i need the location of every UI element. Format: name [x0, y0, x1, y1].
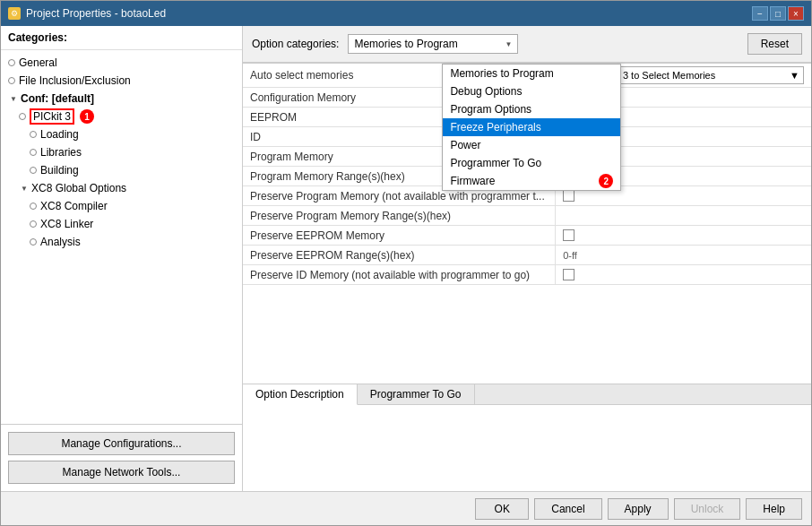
tree-dot-pickit3 [19, 113, 26, 120]
manage-configs-button[interactable]: Manage Configurations... [8, 432, 235, 455]
left-buttons: Manage Configurations... Manage Network … [1, 424, 242, 491]
title-bar-controls: − □ × [752, 6, 804, 21]
tab-programmer-to-go[interactable]: Programmer To Go [358, 384, 475, 404]
preserve-prog-checkbox[interactable] [563, 190, 574, 202]
tree-dot-loading [30, 131, 37, 138]
bottom-bar: OK Cancel Apply Unlock Help [1, 491, 811, 525]
tree-item-xc8-compiler[interactable]: XC8 Compiler [1, 197, 242, 215]
dropdown-item-program-options[interactable]: Program Options [443, 100, 620, 118]
preserve-prog-checkbox-cell [563, 190, 804, 202]
categories-heading: Categories: [1, 26, 242, 50]
description-area: Option Description Programmer To Go [243, 384, 811, 491]
table-row-preserve-id: Preserve ID Memory (not available with p… [243, 265, 811, 285]
tree-dot-xc8-compiler [30, 203, 37, 210]
tree-item-loading[interactable]: Loading [1, 125, 242, 143]
ok-button[interactable]: OK [475, 498, 529, 520]
preserve-eeprom-label: Preserve EEPROM Memory [243, 226, 556, 246]
tree-item-pickit3[interactable]: PICkit 3 1 [1, 108, 242, 125]
right-top-bar: Option categories: Memories to Program ▼… [243, 26, 811, 63]
dropdown-menu: Memories to Program Debug Options Progra… [442, 64, 621, 191]
tree-label-file: File Inclusion/Exclusion [19, 74, 131, 87]
title-bar-left: ⚙ Project Properties - botaoLed [8, 7, 166, 20]
reset-button[interactable]: Reset [747, 33, 802, 55]
table-row-preserve-prog-range: Preserve Program Memory Range(s)(hex) [243, 206, 811, 226]
tree-dot-xc8-linker [30, 220, 37, 228]
annotation-1-badge: 1 [80, 109, 94, 124]
right-panel: Option categories: Memories to Program ▼… [243, 26, 811, 491]
apply-button[interactable]: Apply [608, 498, 669, 520]
tree-toggle-conf: ▼ [8, 93, 19, 104]
tree-item-libraries[interactable]: Libraries [1, 143, 242, 161]
tree-dot-libraries [30, 149, 37, 156]
preserve-eeprom-value [556, 226, 811, 246]
main-content: Categories: General File Inclusion/Exclu… [1, 26, 811, 491]
preserve-id-checkbox-cell [563, 269, 804, 280]
tree-item-analysis[interactable]: Analysis [1, 233, 242, 251]
preserve-prog-range-value [556, 206, 811, 226]
dropdown-item-debug-options[interactable]: Debug Options [443, 82, 620, 100]
left-panel: Categories: General File Inclusion/Exclu… [1, 26, 243, 491]
auto-select-dropdown-arrow: ▼ [790, 70, 799, 81]
preserve-id-checkbox[interactable] [563, 269, 574, 280]
tree-item-file-inclusion[interactable]: File Inclusion/Exclusion [1, 72, 242, 90]
preserve-eeprom-range-label: Preserve EEPROM Range(s)(hex) [243, 246, 556, 265]
tree-item-xc8-global[interactable]: ▼ XC8 Global Options [1, 179, 242, 197]
dropdown-item-firmware[interactable]: Firmware 2 [443, 172, 620, 190]
tree-label-xc8-compiler: XC8 Compiler [40, 200, 108, 212]
preserve-id-label: Preserve ID Memory (not available with p… [243, 265, 556, 285]
dropdown-item-freeze-peripherals[interactable]: Freeze Peripherals [443, 118, 620, 136]
preserve-eeprom-range-text: 0-ff [563, 250, 577, 261]
annotation-2-badge: 2 [599, 174, 613, 188]
tree-dot-general [8, 59, 15, 66]
maximize-button[interactable]: □ [770, 6, 786, 21]
tree-label-loading: Loading [40, 128, 79, 141]
preserve-eeprom-checkbox-cell [563, 229, 804, 241]
tree-label-building: Building [40, 164, 79, 177]
tree-label-xc8-linker: XC8 Linker [40, 218, 93, 230]
preserve-prog-range-label: Preserve Program Memory Range(s)(hex) [243, 206, 556, 226]
cancel-button[interactable]: Cancel [534, 498, 601, 520]
dropdown-item-programmer-to-go[interactable]: Programmer To Go [443, 154, 620, 172]
dropdown-arrow-icon: ▼ [505, 40, 512, 48]
preserve-eeprom-checkbox[interactable] [563, 229, 574, 241]
table-row-preserve-eeprom-range: Preserve EEPROM Range(s)(hex) 0-ff [243, 246, 811, 265]
tree-label-analysis: Analysis [40, 236, 81, 248]
tree-dot-file [8, 77, 15, 84]
tree-dot-building [30, 167, 37, 174]
title-bar: ⚙ Project Properties - botaoLed − □ × [1, 1, 811, 26]
dropdown-item-memories-to-program[interactable]: Memories to Program [443, 65, 620, 82]
preserve-id-value [556, 265, 811, 285]
tree-label-general: General [19, 56, 57, 69]
dropdown-item-power[interactable]: Power [443, 136, 620, 154]
tree-label-xc8-global: XC8 Global Options [31, 182, 126, 194]
tree-dot-analysis [30, 238, 37, 246]
help-button[interactable]: Help [746, 498, 802, 520]
tree-item-xc8-linker[interactable]: XC8 Linker [1, 215, 242, 233]
tree-container: General File Inclusion/Exclusion ▼ Conf:… [1, 50, 242, 424]
option-category-dropdown[interactable]: Memories to Program ▼ Memories to Progra… [348, 34, 518, 54]
tree-toggle-xc8: ▼ [19, 183, 30, 194]
tab-option-description[interactable]: Option Description [243, 384, 358, 405]
close-button[interactable]: × [788, 6, 804, 21]
tree-label-pickit3: PICkit 3 [30, 108, 74, 125]
table-row-preserve-eeprom: Preserve EEPROM Memory [243, 226, 811, 246]
preserve-eeprom-range-value: 0-ff [556, 246, 811, 265]
window-icon: ⚙ [8, 7, 21, 20]
manage-network-button[interactable]: Manage Network Tools... [8, 461, 235, 484]
tree-item-general[interactable]: General [1, 54, 242, 72]
tree-item-building[interactable]: Building [1, 161, 242, 179]
tree-label-conf-default: Conf: [default] [21, 92, 94, 105]
minimize-button[interactable]: − [752, 6, 768, 21]
description-tabs: Option Description Programmer To Go [243, 384, 811, 405]
description-content [243, 405, 811, 491]
tree-label-libraries: Libraries [40, 146, 82, 159]
window-title: Project Properties - botaoLed [26, 7, 166, 20]
main-window: ⚙ Project Properties - botaoLed − □ × Ca… [0, 0, 812, 526]
option-cat-label: Option categories: [252, 38, 339, 50]
dropdown-selected-value: Memories to Program [354, 38, 457, 50]
unlock-button[interactable]: Unlock [674, 498, 741, 520]
tree-item-conf-default[interactable]: ▼ Conf: [default] [1, 90, 242, 108]
